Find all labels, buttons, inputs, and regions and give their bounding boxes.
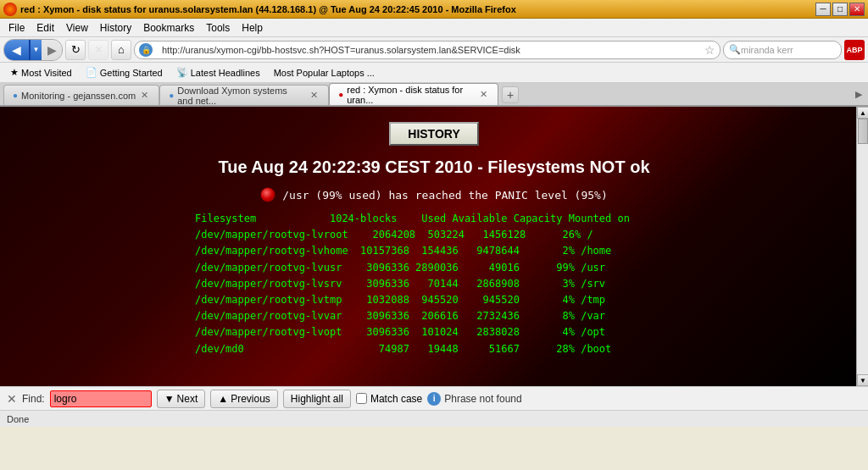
- page-icon: 📄: [86, 67, 97, 78]
- bookmark-popular-laptops[interactable]: Most Popular Laptops ...: [269, 66, 380, 80]
- search-icon: 🔍: [729, 44, 741, 55]
- adblock-button[interactable]: ABP: [844, 40, 865, 60]
- tab-label: red : Xymon - disk status for uran...: [347, 85, 475, 105]
- reload-button[interactable]: ↻: [65, 40, 86, 60]
- scroll-thumb[interactable]: [858, 119, 868, 144]
- menu-file[interactable]: File: [3, 20, 30, 36]
- menu-help[interactable]: Help: [236, 20, 268, 36]
- bookmark-label: Most Popular Laptops ...: [274, 68, 375, 78]
- tab-close-button[interactable]: ✕: [309, 90, 320, 101]
- menu-view[interactable]: View: [61, 20, 93, 36]
- bookmark-label: Getting Started: [100, 68, 163, 78]
- page-title: Tue Aug 24 20:22:39 CEST 2010 - Filesyst…: [218, 158, 649, 177]
- bookmark-star-icon[interactable]: ☆: [704, 43, 715, 57]
- menu-bar: File Edit View History Bookmarks Tools H…: [0, 19, 868, 37]
- rss-icon: 📡: [176, 67, 188, 78]
- menu-history[interactable]: History: [95, 20, 136, 36]
- tab-icon: ●: [13, 91, 18, 100]
- firefox-icon: [3, 3, 17, 16]
- close-button[interactable]: ✕: [849, 3, 865, 16]
- status-bar: Done: [0, 410, 868, 427]
- title-bar: red : Xymon - disk status for uranus.sol…: [0, 0, 868, 19]
- panic-text: /usr (99% used) has reached the PANIC le…: [282, 189, 608, 202]
- down-arrow-icon: ▼: [164, 393, 175, 405]
- phrase-not-found-text: Phrase not found: [444, 393, 521, 405]
- tab-close-button[interactable]: ✕: [139, 90, 150, 101]
- previous-button[interactable]: ▲ Previous: [210, 390, 278, 408]
- find-label: Find:: [22, 393, 45, 405]
- match-case-text: Match case: [370, 393, 422, 405]
- tab-xymon-disk[interactable]: ● red : Xymon - disk status for uran... …: [329, 83, 498, 105]
- scroll-track[interactable]: [857, 119, 868, 374]
- nav-arrows: ◀ ▼ ▶: [3, 39, 63, 61]
- minimize-button[interactable]: ─: [815, 3, 831, 16]
- back-button[interactable]: ◀: [4, 40, 30, 60]
- nav-bar: ◀ ▼ ▶ ↻ ✕ ⌂ 🔒 http://uranus/xymon-cgi/bb…: [0, 37, 868, 63]
- find-input[interactable]: [50, 390, 152, 407]
- scrollbar: ▲ ▼: [856, 107, 868, 386]
- tab-label: Monitoring - gejanssen.com: [21, 91, 136, 101]
- tab-icon: ●: [338, 90, 343, 99]
- find-close-button[interactable]: ✕: [7, 392, 17, 406]
- status-text: Done: [7, 414, 29, 424]
- search-bar[interactable]: 🔍 miranda kerr: [723, 41, 842, 59]
- scroll-down-button[interactable]: ▼: [857, 374, 868, 386]
- match-case-label[interactable]: Match case: [356, 393, 422, 405]
- info-icon: i: [427, 392, 441, 406]
- bookmark-latest-headlines[interactable]: 📡 Latest Headlines: [171, 65, 265, 80]
- home-button[interactable]: ⌂: [111, 40, 131, 60]
- window-controls: ─ □ ✕: [815, 3, 865, 16]
- page-content: HISTORY Tue Aug 24 20:22:39 CEST 2010 - …: [0, 107, 868, 386]
- menu-tools[interactable]: Tools: [201, 20, 235, 36]
- site-icon: 🔒: [139, 43, 153, 57]
- bookmark-label: Latest Headlines: [191, 68, 260, 78]
- address-bar[interactable]: 🔒 http://uranus/xymon-cgi/bb-hostsvc.sh?…: [134, 41, 721, 59]
- tab-label: Download Xymon systems and net...: [177, 86, 305, 106]
- bookmarks-bar: ★ Most Visited 📄 Getting Started 📡 Lates…: [0, 63, 868, 83]
- maximize-button[interactable]: □: [832, 3, 848, 16]
- stop-button: ✕: [88, 40, 108, 60]
- up-arrow-icon: ▲: [218, 393, 228, 405]
- menu-edit[interactable]: Edit: [31, 20, 59, 36]
- bookmark-getting-started[interactable]: 📄 Getting Started: [81, 65, 168, 80]
- phrase-not-found: i Phrase not found: [427, 392, 521, 406]
- new-tab-button[interactable]: +: [502, 86, 519, 103]
- highlight-all-button[interactable]: Highlight all: [283, 390, 351, 408]
- tab-close-button[interactable]: ✕: [478, 89, 489, 100]
- filesystem-table: Filesystem 1024-blocks Used Available Ca…: [195, 211, 630, 357]
- status-red-dot: [260, 187, 275, 202]
- search-text: miranda kerr: [741, 45, 793, 55]
- forward-button[interactable]: ▶: [42, 40, 62, 60]
- tab-icon: ●: [169, 91, 174, 100]
- panic-section: /usr (99% used) has reached the PANIC le…: [260, 187, 608, 202]
- history-button[interactable]: HISTORY: [389, 122, 478, 146]
- star-icon: ★: [10, 67, 19, 78]
- back-dropdown[interactable]: ▼: [30, 40, 42, 60]
- highlight-label: Highlight all: [291, 393, 343, 405]
- bookmark-label: Most Visited: [21, 68, 72, 78]
- next-button[interactable]: ▼ Next: [157, 390, 206, 408]
- find-bar: ✕ Find: ▼ Next ▲ Previous Highlight all …: [0, 386, 868, 410]
- tab-bar: ● Monitoring - gejanssen.com ✕ ● Downloa…: [0, 83, 868, 107]
- address-text: http://uranus/xymon-cgi/bb-hostsvc.sh?HO…: [162, 45, 520, 55]
- window-title: red : Xymon - disk status for uranus.sol…: [20, 4, 516, 14]
- previous-label: Previous: [231, 393, 270, 405]
- menu-bookmarks[interactable]: Bookmarks: [138, 20, 199, 36]
- next-label: Next: [177, 393, 198, 405]
- scroll-tab-right[interactable]: ▶: [853, 83, 865, 105]
- tab-download[interactable]: ● Download Xymon systems and net... ✕: [159, 85, 329, 105]
- tab-monitoring[interactable]: ● Monitoring - gejanssen.com ✕: [3, 85, 159, 105]
- match-case-checkbox[interactable]: [356, 393, 367, 404]
- bookmark-most-visited[interactable]: ★ Most Visited: [5, 65, 77, 80]
- scroll-up-button[interactable]: ▲: [857, 107, 868, 119]
